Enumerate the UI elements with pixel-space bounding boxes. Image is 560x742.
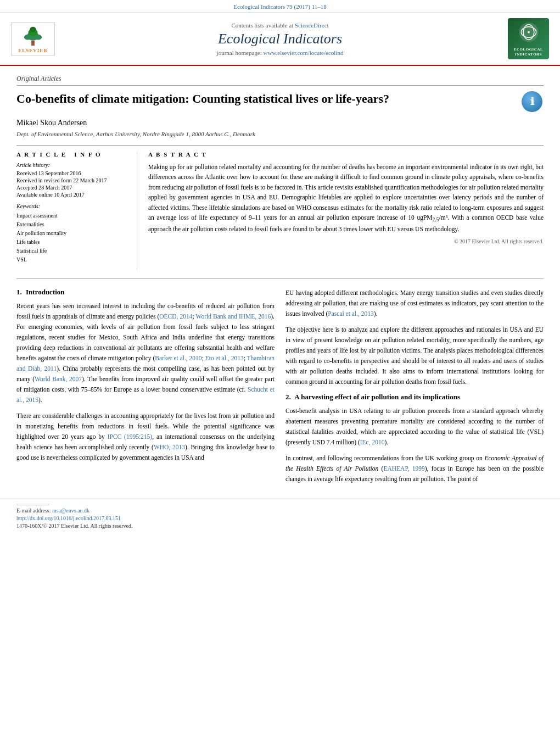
section2-heading: 2. A harvesting effect of air pollution … [285, 393, 544, 401]
issn-line: 1470-160X/© 2017 Elsevier Ltd. All right… [16, 523, 544, 529]
abstract-text: Making up for air pollution related mort… [148, 162, 544, 234]
section1-num: 1. [16, 288, 22, 296]
article-type: Original Articles [16, 75, 544, 86]
crossmark-badge: ℹ [522, 91, 544, 113]
journal-logo-right: ECOLOGICAL INDICATORS [500, 18, 549, 59]
author-name: Mikael Skou Andersen [16, 119, 544, 127]
ref-iec2010[interactable]: IEc, 2010 [360, 439, 385, 445]
svg-point-3 [30, 26, 36, 32]
eco-logo-graphic [512, 20, 545, 47]
journal-header: ELSEVIER Contents lists available at Sci… [0, 13, 560, 66]
journal-citation: Ecological Indicators 79 (2017) 11–18 [233, 3, 326, 10]
doi-line: http://dx.doi.org/10.1016/j.ecolind.2017… [16, 515, 544, 521]
page: Ecological Indicators 79 (2017) 11–18 EL… [0, 0, 560, 742]
article-title: Co-benefits of climate mitigation: Count… [16, 91, 516, 107]
section2-title: A harvesting effect of air pollution and… [294, 393, 460, 401]
journal-logo-left: ELSEVIER [11, 23, 60, 55]
journal-center: Contents lists available at ScienceDirec… [66, 22, 494, 56]
ref-worldbank2007[interactable]: World Bank, 2007 [35, 376, 82, 382]
ref-oecd2014[interactable]: OECD, 2014 [159, 313, 192, 320]
homepage-link[interactable]: www.elsevier.com/locate/ecolind [264, 49, 344, 56]
section1-right-para2: The objective here is to analyze and exp… [285, 325, 544, 387]
copyright-line: © 2017 Elsevier Ltd. All rights reserved… [148, 238, 544, 244]
article-abstract: A B S T R A C T Making up for air pollut… [148, 151, 544, 270]
footnote-divider [16, 505, 49, 505]
keyword-5: Statistical life [16, 247, 128, 255]
journal-homepage: journal homepage: www.elsevier.com/locat… [66, 49, 494, 56]
history-label: Article history: [16, 162, 128, 168]
email-footnote: E-mail address: msa@envs.au.dk [16, 507, 544, 514]
keywords-list: Impact assessment Externalities Air poll… [16, 211, 128, 264]
keywords-label: Keywords: [16, 203, 128, 209]
revised-date: Received in revised form 22 March 2017 [16, 177, 128, 183]
accepted-date: Accepted 28 March 2017 [16, 185, 128, 191]
keyword-4: Life tables [16, 238, 128, 247]
article-info-section-title: A R T I C L E I N F O [16, 151, 128, 158]
section2-para2: In contrast, and following recommendatio… [285, 453, 544, 484]
email-link[interactable]: msa@envs.au.dk [52, 507, 89, 514]
keyword-1: Impact assessment [16, 211, 128, 220]
article-title-row: Co-benefits of climate mitigation: Count… [16, 91, 544, 113]
section2-num: 2. [285, 393, 291, 401]
section1-right-para1: EU having adopted different methodologie… [285, 288, 544, 319]
author-affiliation: Dept. of Environmental Science, Aarhus U… [16, 131, 544, 137]
email-label: E-mail address: [16, 507, 51, 514]
doi-link[interactable]: http://dx.doi.org/10.1016/j.ecolind.2017… [16, 515, 121, 521]
svg-point-9 [528, 31, 530, 34]
received-date: Received 13 September 2016 [16, 170, 128, 176]
ref-barker2010[interactable]: Barker et al., 2010 [155, 355, 201, 361]
sciencedirect-anchor[interactable]: ScienceDirect [295, 22, 329, 29]
ref-worldbank2016[interactable]: World Bank and IHME, 2016 [196, 313, 271, 320]
eco-logo-text: ECOLOGICAL INDICATORS [510, 47, 547, 57]
page-footnote: E-mail address: msa@envs.au.dk http://dx… [0, 499, 560, 534]
elsevier-logo: ELSEVIER [11, 23, 55, 55]
keywords-block: Keywords: Impact assessment Externalitie… [16, 203, 128, 264]
journal-title: Ecological Indicators [66, 31, 494, 47]
keyword-6: VSL [16, 255, 128, 264]
journal-top-bar: Ecological Indicators 79 (2017) 11–18 [0, 0, 560, 13]
section-divider [16, 278, 544, 279]
col-left: 1. Introduction Recent years has seen in… [16, 288, 275, 490]
ref-schucht2015[interactable]: Schucht et al., 2015 [16, 386, 275, 403]
ref-eto2013[interactable]: Eto et al., 2013 [205, 355, 244, 361]
section1-para1: Recent years has seen increased interest… [16, 301, 275, 405]
article-info-row: A R T I C L E I N F O Article history: R… [16, 145, 544, 270]
ref-pascal2013[interactable]: Pascal et al., 2013 [328, 310, 373, 317]
online-date: Available online 10 April 2017 [16, 192, 128, 198]
svg-rect-0 [31, 40, 35, 46]
eco-logo: ECOLOGICAL INDICATORS [508, 18, 549, 59]
section1-title: Introduction [26, 288, 65, 296]
abstract-section-title: A B S T R A C T [148, 151, 544, 158]
section1-para2: There are considerable challenges in acc… [16, 411, 275, 463]
keyword-3: Air pollution mortality [16, 229, 128, 238]
elsevier-tree-icon [16, 25, 49, 47]
article-body: Original Articles Co-benefits of climate… [0, 66, 560, 499]
sciencedirect-link: Contents lists available at ScienceDirec… [66, 22, 494, 29]
crossmark-icon: ℹ [522, 91, 542, 112]
section1-heading: 1. Introduction [16, 288, 275, 297]
keyword-2: Externalities [16, 220, 128, 229]
svg-point-4 [24, 35, 31, 40]
article-history-block: Article history: Received 13 September 2… [16, 162, 128, 198]
ref-who2013[interactable]: WHO, 2013 [154, 444, 185, 450]
svg-point-5 [35, 35, 42, 40]
ref-ipcc1995[interactable]: IPCC (1995:215) [108, 433, 153, 440]
col-right: EU having adopted different methodologie… [285, 288, 544, 490]
article-info-left: A R T I C L E I N F O Article history: R… [16, 151, 137, 270]
ref-eaheap1999[interactable]: EAHEAP, 1999 [383, 465, 424, 472]
main-content: 1. Introduction Recent years has seen in… [16, 288, 544, 490]
section2-para1: Cost-benefit analysis in USA relating to… [285, 406, 544, 448]
elsevier-text: ELSEVIER [18, 48, 48, 53]
